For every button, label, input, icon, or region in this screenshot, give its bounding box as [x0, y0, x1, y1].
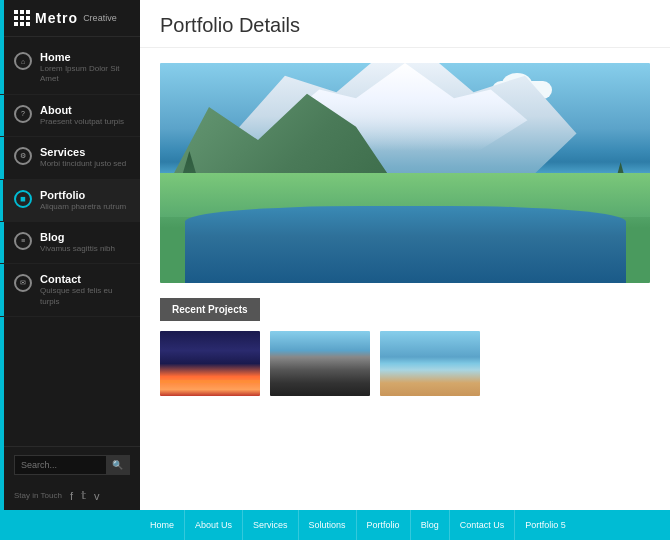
nav-services-sub: Morbi tincidunt justo sed	[40, 159, 126, 169]
nav-blog-title: Blog	[40, 231, 115, 243]
sidebar-item-about[interactable]: ? About Praesent volutpat turpis	[0, 95, 140, 137]
portfolio-icon: ◼	[14, 190, 32, 208]
nav-home-title: Home	[40, 51, 130, 63]
sidebar-item-blog[interactable]: ≡ Blog Vivamus sagittis nibh	[0, 222, 140, 264]
sidebar: Metro Creative ⌂ Home Lorem Ipsum Dolor …	[0, 0, 140, 510]
thumbnail-city[interactable]	[160, 331, 260, 396]
thumbnail-beach[interactable]	[380, 331, 480, 396]
twitter-icon[interactable]: 𝕥	[81, 489, 86, 502]
search-button[interactable]: 🔍	[106, 456, 129, 474]
blog-icon: ≡	[14, 232, 32, 250]
footer-nav-solutions[interactable]: Solutions	[299, 510, 357, 540]
footer-nav-services[interactable]: Services	[243, 510, 299, 540]
hero-image	[160, 63, 650, 283]
stay-in-touch-label: Stay in Touch	[14, 491, 62, 500]
services-icon: ⚙	[14, 147, 32, 165]
main-content: Portfolio Details Recent Projects	[140, 0, 670, 510]
contact-icon: ✉	[14, 274, 32, 292]
nav-contact-sub: Quisque sed felis eu turpis	[40, 286, 130, 307]
logo-grid-icon	[14, 10, 30, 26]
vimeo-icon[interactable]: v	[94, 490, 100, 502]
recent-projects-section: Recent Projects	[160, 298, 650, 396]
page-header: Portfolio Details	[140, 0, 670, 48]
social-area: Stay in Touch f 𝕥 v	[0, 483, 140, 510]
footer-nav-home[interactable]: Home	[140, 510, 185, 540]
nav-about-sub: Praesent volutpat turpis	[40, 117, 124, 127]
nav-home-sub: Lorem Ipsum Dolor Sit Amet	[40, 64, 130, 85]
project-thumbnails	[160, 331, 650, 396]
content-area: Recent Projects	[140, 48, 670, 510]
home-icon: ⌂	[14, 52, 32, 70]
footer-nav-contact[interactable]: Contact Us	[450, 510, 516, 540]
footer-nav: Home About Us Services Solutions Portfol…	[0, 510, 670, 540]
footer-nav-about[interactable]: About Us	[185, 510, 243, 540]
sidebar-logo: Metro Creative	[0, 0, 140, 37]
facebook-icon[interactable]: f	[70, 490, 73, 502]
sidebar-nav: ⌂ Home Lorem Ipsum Dolor Sit Amet ? Abou…	[0, 37, 140, 446]
sidebar-item-home[interactable]: ⌂ Home Lorem Ipsum Dolor Sit Amet	[0, 42, 140, 95]
footer-nav-items: Home About Us Services Solutions Portfol…	[140, 510, 576, 540]
logo-sub: Creative	[83, 13, 117, 23]
search-area: 🔍	[0, 446, 140, 483]
nav-about-title: About	[40, 104, 124, 116]
thumbnail-street[interactable]	[270, 331, 370, 396]
footer-nav-blog[interactable]: Blog	[411, 510, 450, 540]
search-input[interactable]	[15, 456, 106, 474]
nav-portfolio-title: Portfolio	[40, 189, 126, 201]
nav-blog-sub: Vivamus sagittis nibh	[40, 244, 115, 254]
sidebar-item-contact[interactable]: ✉ Contact Quisque sed felis eu turpis	[0, 264, 140, 317]
page-title: Portfolio Details	[160, 14, 650, 37]
nav-portfolio-sub: Aliquam pharetra rutrum	[40, 202, 126, 212]
sidebar-item-portfolio[interactable]: ◼ Portfolio Aliquam pharetra rutrum	[0, 180, 140, 222]
logo-text: Metro	[35, 10, 78, 26]
nav-contact-title: Contact	[40, 273, 130, 285]
section-header: Recent Projects	[160, 298, 260, 321]
about-icon: ?	[14, 105, 32, 123]
lake	[185, 206, 626, 283]
footer-nav-portfolio[interactable]: Portfolio	[357, 510, 411, 540]
nav-services-title: Services	[40, 146, 126, 158]
sidebar-item-services[interactable]: ⚙ Services Morbi tincidunt justo sed	[0, 137, 140, 179]
footer-nav-portfolio5[interactable]: Portfolio 5	[515, 510, 576, 540]
